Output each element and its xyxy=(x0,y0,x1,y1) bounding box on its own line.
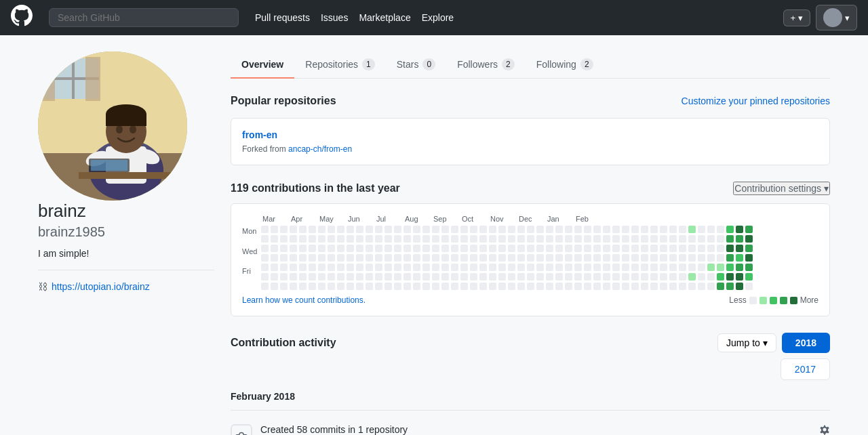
contribution-cell[interactable] xyxy=(403,226,411,233)
contribution-cell[interactable] xyxy=(660,245,667,252)
contribution-cell[interactable] xyxy=(593,226,601,233)
contribution-cell[interactable] xyxy=(603,264,610,271)
contribution-cell[interactable] xyxy=(574,273,582,281)
contribution-cell[interactable] xyxy=(745,283,753,290)
contribution-cell[interactable] xyxy=(631,264,639,271)
contribution-cell[interactable] xyxy=(422,245,430,252)
contribution-cell[interactable] xyxy=(527,254,534,262)
contribution-cell[interactable] xyxy=(498,235,506,243)
contribution-cell[interactable] xyxy=(612,254,620,262)
contribution-cell[interactable] xyxy=(641,254,648,262)
contribution-cell[interactable] xyxy=(679,245,686,252)
contribution-cell[interactable] xyxy=(688,273,696,281)
contribution-cell[interactable] xyxy=(460,254,468,262)
contribution-cell[interactable] xyxy=(498,273,506,281)
year-2017-button[interactable]: 2017 xyxy=(781,358,830,380)
contribution-cell[interactable] xyxy=(347,273,354,281)
contribution-cell[interactable] xyxy=(517,235,525,243)
contribution-cell[interactable] xyxy=(299,245,307,252)
contribution-cell[interactable] xyxy=(584,226,591,233)
contribution-cell[interactable] xyxy=(384,254,392,262)
contribution-cell[interactable] xyxy=(422,254,430,262)
tab-overview[interactable]: Overview xyxy=(231,51,294,79)
contribution-cell[interactable] xyxy=(584,273,591,281)
contribution-cell[interactable] xyxy=(337,264,344,271)
contribution-cell[interactable] xyxy=(470,283,477,290)
contribution-cell[interactable] xyxy=(470,273,477,281)
contribution-cell[interactable] xyxy=(280,283,288,290)
contribution-cell[interactable] xyxy=(498,245,506,252)
contribution-cell[interactable] xyxy=(517,283,525,290)
contribution-cell[interactable] xyxy=(517,245,525,252)
contribution-cell[interactable] xyxy=(290,273,297,281)
contribution-cell[interactable] xyxy=(460,283,468,290)
contribution-cell[interactable] xyxy=(688,283,696,290)
contribution-cell[interactable] xyxy=(271,264,278,271)
contribution-cell[interactable] xyxy=(280,235,288,243)
contribution-cell[interactable] xyxy=(337,245,344,252)
contribution-cell[interactable] xyxy=(574,235,582,243)
contribution-cell[interactable] xyxy=(432,273,439,281)
contribution-cell[interactable] xyxy=(451,273,458,281)
contribution-cell[interactable] xyxy=(337,283,344,290)
contribution-cell[interactable] xyxy=(394,283,401,290)
contribution-cell[interactable] xyxy=(641,283,648,290)
contribution-cell[interactable] xyxy=(479,235,487,243)
contribution-cell[interactable] xyxy=(328,254,335,262)
contribution-cell[interactable] xyxy=(726,226,734,233)
contribution-cell[interactable] xyxy=(479,254,487,262)
contribution-cell[interactable] xyxy=(698,283,705,290)
contribution-cell[interactable] xyxy=(347,283,354,290)
contribution-cell[interactable] xyxy=(698,264,705,271)
contribution-cell[interactable] xyxy=(489,264,496,271)
contribution-cell[interactable] xyxy=(726,273,734,281)
contribution-cell[interactable] xyxy=(356,283,363,290)
contribution-cell[interactable] xyxy=(698,245,705,252)
contribution-cell[interactable] xyxy=(261,226,269,233)
fork-source-link[interactable]: ancap-ch/from-en xyxy=(288,144,352,154)
contribution-cell[interactable] xyxy=(384,226,392,233)
contribution-cell[interactable] xyxy=(375,273,382,281)
contribution-cell[interactable] xyxy=(565,273,572,281)
new-button[interactable]: + ▾ xyxy=(783,9,811,26)
contribution-cell[interactable] xyxy=(622,273,629,281)
contribution-cell[interactable] xyxy=(337,226,344,233)
contribution-cell[interactable] xyxy=(527,235,534,243)
contribution-cell[interactable] xyxy=(660,254,667,262)
contribution-cell[interactable] xyxy=(261,235,269,243)
contribution-cell[interactable] xyxy=(441,226,449,233)
contribution-cell[interactable] xyxy=(394,273,401,281)
contribution-cell[interactable] xyxy=(479,245,487,252)
contribution-cell[interactable] xyxy=(622,264,629,271)
contribution-cell[interactable] xyxy=(603,226,610,233)
contribution-cell[interactable] xyxy=(366,245,373,252)
contribution-cell[interactable] xyxy=(555,273,563,281)
contribution-cell[interactable] xyxy=(726,254,734,262)
contribution-cell[interactable] xyxy=(384,245,392,252)
contribution-cell[interactable] xyxy=(612,235,620,243)
contribution-cell[interactable] xyxy=(271,283,278,290)
contribution-cell[interactable] xyxy=(318,226,326,233)
contribution-cell[interactable] xyxy=(366,254,373,262)
contribution-cell[interactable] xyxy=(688,226,696,233)
contribution-cell[interactable] xyxy=(736,283,743,290)
contribution-cell[interactable] xyxy=(403,273,411,281)
tab-stars[interactable]: Stars 0 xyxy=(386,51,446,79)
contribution-cell[interactable] xyxy=(508,264,515,271)
contribution-cell[interactable] xyxy=(679,264,686,271)
search-input[interactable] xyxy=(49,8,239,27)
contribution-cell[interactable] xyxy=(271,254,278,262)
contribution-cell[interactable] xyxy=(479,226,487,233)
contribution-cell[interactable] xyxy=(394,226,401,233)
contribution-cell[interactable] xyxy=(479,273,487,281)
contribution-cell[interactable] xyxy=(631,245,639,252)
tab-followers[interactable]: Followers 2 xyxy=(446,51,526,79)
contribution-cell[interactable] xyxy=(736,254,743,262)
contribution-cell[interactable] xyxy=(622,226,629,233)
contribution-cell[interactable] xyxy=(555,226,563,233)
contribution-cell[interactable] xyxy=(422,283,430,290)
contribution-cell[interactable] xyxy=(489,235,496,243)
contribution-cell[interactable] xyxy=(432,226,439,233)
contribution-cell[interactable] xyxy=(261,273,269,281)
contribution-cell[interactable] xyxy=(366,226,373,233)
